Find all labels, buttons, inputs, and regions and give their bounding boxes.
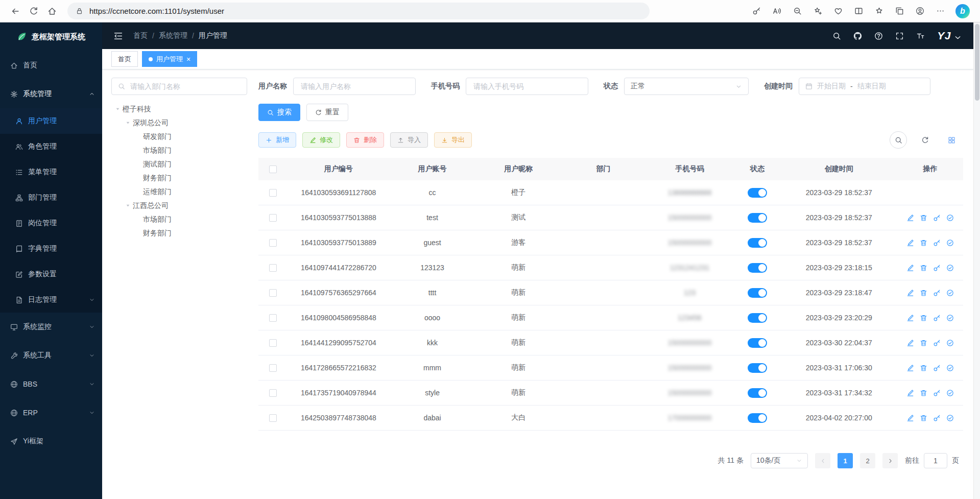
sidebar-item-erp[interactable]: ERP bbox=[0, 398, 102, 427]
reset-password-icon[interactable] bbox=[933, 239, 941, 247]
row-checkbox[interactable] bbox=[269, 339, 277, 347]
status-toggle[interactable] bbox=[748, 338, 767, 348]
scrollbar-thumb[interactable] bbox=[975, 24, 979, 101]
sidebar-item-yi-framework[interactable]: Yi框架 bbox=[0, 427, 102, 456]
delete-user-icon[interactable] bbox=[920, 414, 927, 422]
tree-node[interactable]: 财务部门 bbox=[111, 171, 247, 185]
delete-button[interactable]: 删除 bbox=[346, 132, 384, 148]
row-checkbox[interactable] bbox=[269, 239, 277, 247]
tab[interactable]: 用户管理× bbox=[142, 51, 197, 67]
select-all-checkbox[interactable] bbox=[269, 165, 277, 173]
page-size-select[interactable]: 10条/页 bbox=[751, 453, 808, 468]
edit-user-icon[interactable] bbox=[906, 264, 914, 272]
table-row[interactable]: 1641098004586958848oooo萌新1234562023-03-2… bbox=[258, 305, 963, 330]
row-checkbox[interactable] bbox=[269, 364, 277, 372]
sidebar-item-post-mgmt[interactable]: 岗位管理 bbox=[0, 210, 102, 236]
split-screen-icon[interactable] bbox=[849, 2, 868, 20]
delete-user-icon[interactable] bbox=[920, 214, 927, 222]
header-search-icon[interactable] bbox=[832, 32, 841, 40]
user-menu[interactable]: YJ bbox=[937, 30, 962, 42]
table-row[interactable]: 1641097441472286720123123萌新1231241231202… bbox=[258, 255, 963, 280]
sidebar-item-system-mgmt[interactable]: 系统管理 bbox=[0, 80, 102, 108]
row-checkbox[interactable] bbox=[269, 389, 277, 397]
edit-user-icon[interactable] bbox=[906, 414, 914, 422]
table-row[interactable]: 1641441299095752704kkk萌新150000000002023-… bbox=[258, 330, 963, 355]
help-icon[interactable] bbox=[874, 32, 883, 40]
row-checkbox[interactable] bbox=[269, 189, 277, 197]
toggle-search-button[interactable] bbox=[890, 131, 907, 149]
edit-user-icon[interactable] bbox=[906, 214, 914, 222]
sidebar-item-bbs[interactable]: BBS bbox=[0, 370, 102, 398]
status-toggle[interactable] bbox=[748, 313, 767, 323]
phone-input[interactable] bbox=[472, 82, 582, 91]
status-toggle[interactable] bbox=[748, 388, 767, 398]
column-settings-button[interactable] bbox=[943, 131, 960, 149]
favorites-icon[interactable] bbox=[870, 2, 888, 20]
assign-role-icon[interactable] bbox=[946, 214, 954, 222]
reset-password-icon[interactable] bbox=[933, 314, 941, 322]
sidebar-item-menu-mgmt[interactable]: 菜单管理 bbox=[0, 159, 102, 185]
breadcrumb-item[interactable]: 系统管理 bbox=[159, 31, 187, 40]
zoom-icon[interactable] bbox=[788, 2, 806, 20]
edit-user-icon[interactable] bbox=[906, 339, 914, 347]
delete-user-icon[interactable] bbox=[920, 239, 927, 247]
status-toggle[interactable] bbox=[748, 188, 767, 198]
address-bar[interactable] bbox=[67, 3, 650, 19]
tree-node[interactable]: 市场部门 bbox=[111, 212, 247, 226]
assign-role-icon[interactable] bbox=[946, 414, 954, 422]
tree-node[interactable]: 财务部门 bbox=[111, 226, 247, 240]
menu-fold-icon[interactable] bbox=[113, 31, 123, 41]
sidebar-item-role-mgmt[interactable]: 角色管理 bbox=[0, 134, 102, 159]
table-row[interactable]: 1642503897748738048dabai大白17000000000202… bbox=[258, 406, 963, 431]
row-checkbox[interactable] bbox=[269, 414, 277, 422]
export-button[interactable]: 导出 bbox=[434, 132, 472, 148]
tree-node[interactable]: 市场部门 bbox=[111, 144, 247, 157]
import-button[interactable]: 导入 bbox=[390, 132, 428, 148]
more-options-icon[interactable] bbox=[931, 2, 949, 20]
profile-avatar[interactable] bbox=[911, 2, 929, 20]
github-icon[interactable] bbox=[853, 32, 862, 40]
status-toggle[interactable] bbox=[748, 213, 767, 223]
tree-node[interactable]: 测试部门 bbox=[111, 157, 247, 171]
edit-user-icon[interactable] bbox=[906, 289, 914, 297]
next-page-button[interactable] bbox=[882, 453, 898, 468]
sidebar-item-dept-mgmt[interactable]: 部门管理 bbox=[0, 185, 102, 210]
sidebar-item-home[interactable]: 首页 bbox=[0, 51, 102, 80]
copilot-icon[interactable]: b bbox=[955, 4, 970, 18]
status-toggle[interactable] bbox=[748, 263, 767, 273]
table-row[interactable]: 1641097576365297664tttt萌新1232023-03-29 2… bbox=[258, 280, 963, 305]
delete-user-icon[interactable] bbox=[920, 389, 927, 397]
page-button[interactable]: 1 bbox=[838, 453, 853, 468]
delete-user-icon[interactable] bbox=[920, 314, 927, 322]
status-select[interactable]: 正常 bbox=[624, 78, 749, 95]
edit-user-icon[interactable] bbox=[906, 239, 914, 247]
browser-essentials-icon[interactable] bbox=[829, 2, 847, 20]
reset-password-icon[interactable] bbox=[933, 214, 941, 222]
sidebar-item-log-mgmt[interactable]: 日志管理 bbox=[0, 287, 102, 313]
dept-search-input[interactable] bbox=[129, 82, 241, 91]
reset-password-icon[interactable] bbox=[933, 389, 941, 397]
delete-user-icon[interactable] bbox=[920, 339, 927, 347]
browser-home-button[interactable] bbox=[43, 2, 61, 20]
refresh-table-button[interactable] bbox=[916, 131, 934, 149]
add-favorite-icon[interactable] bbox=[808, 2, 827, 20]
edit-user-icon[interactable] bbox=[906, 364, 914, 372]
date-range-picker[interactable]: 开始日期 - 结束日期 bbox=[799, 78, 930, 95]
edit-button[interactable]: 修改 bbox=[302, 132, 340, 148]
row-checkbox[interactable] bbox=[269, 314, 277, 322]
font-size-icon[interactable] bbox=[916, 32, 925, 40]
assign-role-icon[interactable] bbox=[946, 339, 954, 347]
tree-node[interactable]: 深圳总公司 bbox=[111, 116, 247, 130]
tree-node[interactable]: 研发部门 bbox=[111, 130, 247, 144]
table-row[interactable]: 1641735719040978944style萌新15000000000202… bbox=[258, 381, 963, 406]
table-row[interactable]: 1641030593691127808cc橙子138888888882023-0… bbox=[258, 180, 963, 205]
assign-role-icon[interactable] bbox=[946, 239, 954, 247]
status-toggle[interactable] bbox=[748, 413, 767, 423]
goto-input[interactable] bbox=[924, 453, 947, 468]
delete-user-icon[interactable] bbox=[920, 364, 927, 372]
url-input[interactable] bbox=[88, 6, 641, 16]
assign-role-icon[interactable] bbox=[946, 364, 954, 372]
assign-role-icon[interactable] bbox=[946, 289, 954, 297]
reset-password-icon[interactable] bbox=[933, 364, 941, 372]
delete-user-icon[interactable] bbox=[920, 264, 927, 272]
